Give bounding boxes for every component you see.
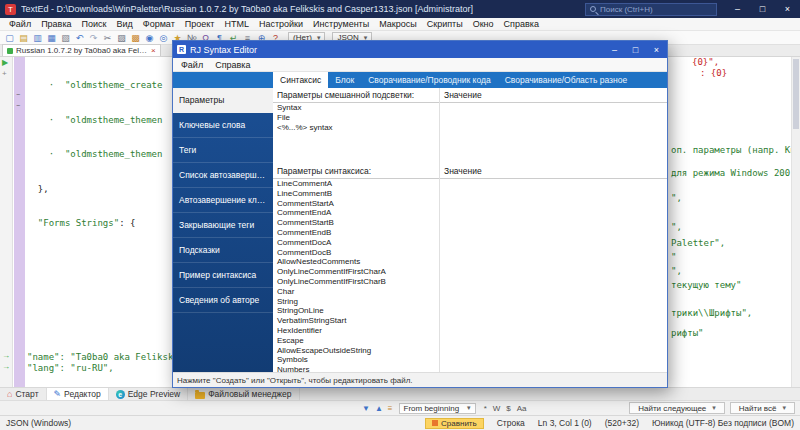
save-icon[interactable]: ▥: [32, 32, 43, 44]
dialog-close-button[interactable]: ×: [646, 41, 667, 58]
param-row[interactable]: Syntax: [273, 103, 667, 113]
encoding-indicator[interactable]: Юникод (UTF-8) Без подписи (BOM): [652, 418, 794, 428]
menu-item[interactable]: Правка: [36, 19, 76, 29]
param-row[interactable]: LineCommentA: [273, 179, 667, 189]
redo-icon[interactable]: ↷: [88, 32, 99, 44]
param-row[interactable]: Numbers: [273, 365, 667, 372]
dialog-sidebar-item[interactable]: Закрывающие теги: [173, 213, 273, 238]
param-row[interactable]: <%...%> syntax: [273, 123, 667, 133]
add-icon[interactable]: +: [2, 70, 7, 78]
search-icon[interactable]: ◉: [144, 32, 155, 44]
dialog-sidebar-item[interactable]: Подсказки: [173, 238, 273, 263]
save-all-icon[interactable]: ▦: [46, 32, 57, 44]
cut-icon[interactable]: ✂: [102, 32, 113, 44]
param-row[interactable]: StringOnLine: [273, 306, 667, 316]
dialog-maximize-button[interactable]: □: [625, 41, 646, 58]
menu-item[interactable]: Настройки: [254, 19, 308, 29]
param-row[interactable]: HexIdentifier: [273, 326, 667, 336]
print-icon[interactable]: ▧: [60, 32, 71, 44]
dialog-sidebar-item[interactable]: Ключевые слова: [173, 113, 273, 138]
param-row[interactable]: CommentDocA: [273, 238, 667, 248]
search-icon: [590, 6, 596, 12]
fold-marker-icon[interactable]: −: [16, 102, 20, 109]
param-row[interactable]: OnlyLineCommentIfFirstCharA: [273, 267, 667, 277]
panel-tab-editor[interactable]: ✎ Редактор: [47, 388, 109, 400]
titlebar-search[interactable]: [585, 3, 717, 16]
menu-item[interactable]: Инструменты: [308, 19, 374, 29]
param-row[interactable]: CommentStartB: [273, 218, 667, 228]
find-prev-icon[interactable]: ▲: [375, 404, 383, 413]
param-row[interactable]: Escape: [273, 336, 667, 346]
close-button[interactable]: ×: [775, 0, 800, 18]
dialog-tab-folding-explorer[interactable]: Сворачивание/Проводник кода: [361, 72, 497, 88]
dialog-menu-item[interactable]: Файл: [175, 60, 209, 70]
dialog-tab-block[interactable]: Блок: [328, 72, 361, 88]
menu-item[interactable]: Справка: [499, 19, 544, 29]
param-row[interactable]: CommentStartA: [273, 199, 667, 209]
dialog-minimize-button[interactable]: –: [604, 41, 625, 58]
search-option-toggle[interactable]: $: [506, 404, 510, 413]
param-row[interactable]: VerbatimStringStart: [273, 316, 667, 326]
dialog-tab-folding-misc[interactable]: Сворачивание/Область разное: [498, 72, 635, 88]
menu-item[interactable]: HTML: [219, 19, 254, 29]
dialog-sidebar-item[interactable]: Список автозавершения (Ctrl+…: [173, 163, 273, 188]
param-row[interactable]: LineCommentB: [273, 189, 667, 199]
dialog-menu-item[interactable]: Справка: [209, 60, 256, 70]
find-next-button[interactable]: Найти следующее ▾: [629, 402, 725, 414]
scrollbar-thumb[interactable]: [793, 59, 799, 129]
dialog-tab-syntax[interactable]: Синтаксис: [273, 72, 328, 88]
menu-item[interactable]: Проект: [180, 19, 220, 29]
param-row[interactable]: OnlyLineCommentIfFirstCharB: [273, 277, 667, 287]
param-row[interactable]: CommentDocB: [273, 248, 667, 258]
param-row[interactable]: String: [273, 297, 667, 307]
search-input[interactable]: [600, 5, 712, 14]
menu-item[interactable]: Поиск: [77, 19, 112, 29]
open-file-icon[interactable]: ▤: [18, 32, 29, 44]
dialog-sidebar-item[interactable]: Теги: [173, 138, 273, 163]
menu-item[interactable]: Макросы: [374, 19, 422, 29]
param-row[interactable]: CommentEndA: [273, 208, 667, 218]
code-fragment: рифты": [671, 328, 704, 338]
dialog-sidebar-item[interactable]: Параметры: [173, 88, 273, 113]
file-type-indicator[interactable]: JSON (Windows): [6, 418, 71, 428]
editor-scrollbar[interactable]: [791, 57, 800, 387]
copy-icon[interactable]: ▨: [116, 32, 127, 44]
panel-tab-edge-preview[interactable]: e Edge Preview: [109, 388, 188, 400]
menu-item[interactable]: Скрипты: [422, 19, 468, 29]
run-icon[interactable]: ▶: [2, 59, 8, 67]
dialog-sidebar-item[interactable]: Сведения об авторе: [173, 288, 273, 313]
highlight-all-icon[interactable]: ≡: [388, 404, 393, 413]
panel-tab-file-manager[interactable]: Файловый менеджер: [188, 388, 299, 400]
compare-button[interactable]: Сравнить: [425, 418, 484, 429]
search-option-toggle[interactable]: *: [484, 404, 487, 413]
search-scope-select[interactable]: From beginning ▾: [399, 403, 476, 414]
fold-marker-icon[interactable]: −: [16, 91, 20, 98]
dialog-sidebar-item[interactable]: Пример синтаксиса: [173, 263, 273, 288]
param-row[interactable]: AllowEscapeOutsideString: [273, 346, 667, 356]
new-file-icon[interactable]: ▢: [4, 32, 15, 44]
menu-item[interactable]: Формат: [138, 19, 180, 29]
panel-tab-start[interactable]: ⌂ Старт: [0, 388, 47, 400]
minimize-button[interactable]: –: [725, 0, 750, 18]
paste-icon[interactable]: ▩: [130, 32, 141, 44]
dialog-sidebar-item[interactable]: Автозавершение классов: [173, 188, 273, 213]
search-options: *W$Aa: [484, 404, 527, 413]
texted-window: T TextEd - D:\Downloads\WinPaletter\Russ…: [0, 0, 800, 430]
menu-item[interactable]: Окно: [468, 19, 499, 29]
search-option-toggle[interactable]: Aa: [517, 404, 527, 413]
menu-item[interactable]: Вид: [112, 19, 138, 29]
param-row[interactable]: Char: [273, 287, 667, 297]
param-row[interactable]: AllowNestedComments: [273, 257, 667, 267]
param-row[interactable]: File: [273, 113, 667, 123]
find-all-button[interactable]: Найти всё ▾: [730, 402, 795, 414]
maximize-button[interactable]: □: [750, 0, 775, 18]
menu-item[interactable]: Файл: [4, 19, 36, 29]
param-row[interactable]: Symbols: [273, 355, 667, 365]
tab-close-icon[interactable]: ×: [151, 46, 156, 55]
search-option-toggle[interactable]: W: [493, 404, 501, 413]
param-row[interactable]: CommentEndB: [273, 228, 667, 238]
find-next-icon[interactable]: ▼: [362, 404, 370, 413]
replace-icon[interactable]: ◎: [158, 32, 169, 44]
undo-icon[interactable]: ↶: [74, 32, 85, 44]
document-tab[interactable]: Russian 1.0.7.2 by Ta0ba0 aka Felikskis …: [2, 44, 161, 56]
